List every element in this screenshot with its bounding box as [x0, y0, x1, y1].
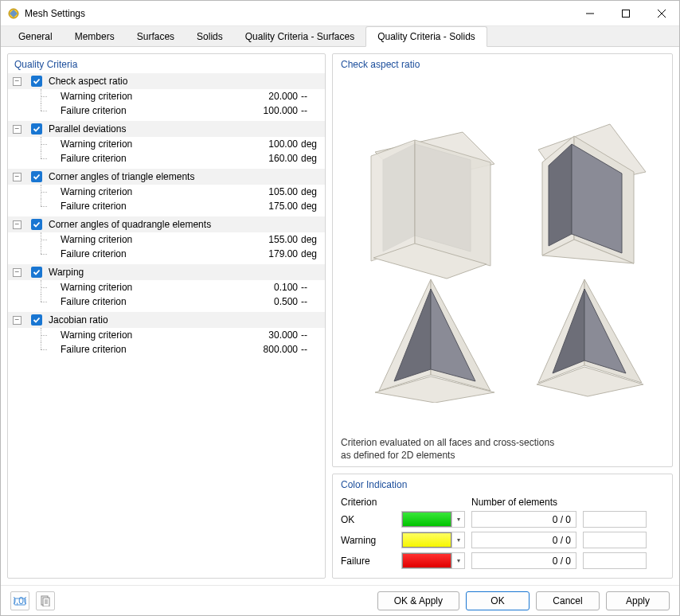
criterion-row-label: Warning criterion — [46, 138, 245, 150]
criterion-group-header[interactable]: − Corner angles of quadrangle elements — [8, 216, 325, 232]
criterion-group-header[interactable]: − Parallel deviations — [8, 121, 325, 137]
criterion-row-value[interactable]: 0.100 — [245, 282, 301, 293]
criterion-row[interactable]: Warning criterion 105.00 deg — [8, 185, 325, 199]
collapse-icon[interactable]: − — [13, 173, 21, 181]
criterion-row-unit: deg — [301, 234, 325, 245]
tab-quality-solids[interactable]: Quality Criteria - Solids — [365, 26, 487, 47]
criterion-row-label: Warning criterion — [46, 234, 245, 245]
maximize-button[interactable] — [608, 1, 643, 25]
quality-criteria-title: Quality Criteria — [8, 59, 325, 73]
criterion-row-value[interactable]: 100.00 — [245, 138, 301, 150]
criterion-row-unit: -- — [301, 329, 325, 341]
criterion-row-value[interactable]: 160.00 — [245, 153, 301, 164]
criterion-row[interactable]: Failure criterion 179.00 deg — [8, 247, 325, 261]
criterion-row[interactable]: Failure criterion 800.000 -- — [8, 342, 325, 357]
collapse-icon[interactable]: − — [13, 77, 21, 86]
criterion-group-header[interactable]: − Jacobian ratio — [8, 312, 325, 328]
ok-button[interactable]: OK — [466, 591, 530, 610]
criterion-row-value[interactable]: 155.00 — [245, 234, 301, 245]
criterion-row-label: Warning criterion — [46, 329, 245, 341]
criterion-group-header[interactable]: − Warping — [8, 264, 325, 280]
chevron-down-icon[interactable]: ▾ — [451, 512, 464, 527]
color-swatch-dropdown[interactable]: ▾ — [401, 511, 465, 528]
cancel-button[interactable]: Cancel — [536, 591, 600, 610]
criterion-row-label: Failure criterion — [46, 344, 245, 355]
color-row-label: Warning — [341, 535, 395, 546]
criterion-row[interactable]: Failure criterion 0.500 -- — [8, 294, 325, 309]
criterion-group-header[interactable]: − Check aspect ratio — [8, 73, 325, 89]
chevron-down-icon[interactable]: ▾ — [451, 532, 464, 548]
close-button[interactable] — [643, 1, 679, 25]
element-extra-field[interactable] — [583, 511, 647, 528]
criterion-row-value[interactable]: 105.00 — [245, 186, 301, 197]
tab-solids[interactable]: Solids — [186, 27, 234, 46]
criterion-row-unit: -- — [301, 91, 325, 102]
svg-marker-20 — [431, 289, 475, 381]
criterion-row-unit: deg — [301, 138, 325, 150]
criterion-preview-panel: Check aspect ratio — [332, 53, 673, 467]
element-extra-field[interactable] — [583, 532, 647, 548]
units-button[interactable]: 0,00 — [10, 591, 29, 610]
element-extra-field[interactable] — [583, 552, 647, 569]
criterion-row-value[interactable]: 175.00 — [245, 201, 301, 212]
collapse-icon[interactable]: − — [13, 316, 21, 325]
criterion-checkbox[interactable] — [31, 219, 42, 230]
criterion-row[interactable]: Failure criterion 175.00 deg — [8, 199, 325, 213]
color-swatch-dropdown[interactable]: ▾ — [401, 532, 465, 548]
criterion-row-label: Failure criterion — [46, 105, 245, 116]
criterion-group-label: Parallel deviations — [45, 123, 126, 135]
criterion-row-label: Failure criterion — [46, 201, 245, 212]
criterion-row-value[interactable]: 100.000 — [245, 105, 301, 116]
criterion-row-unit: deg — [301, 153, 325, 164]
criterion-row-value[interactable]: 800.000 — [245, 344, 301, 355]
criterion-row[interactable]: Warning criterion 0.100 -- — [8, 280, 325, 294]
window-title: Mesh Settings — [25, 8, 572, 19]
collapse-icon[interactable]: − — [13, 125, 21, 134]
tab-surfaces[interactable]: Surfaces — [126, 27, 186, 46]
preview-title: Check aspect ratio — [341, 59, 664, 73]
criterion-row[interactable]: Failure criterion 160.00 deg — [8, 151, 325, 166]
criterion-row[interactable]: Failure criterion 100.000 -- — [8, 103, 325, 118]
tab-general[interactable]: General — [7, 27, 64, 46]
criterion-row-label: Warning criterion — [46, 91, 245, 102]
ok-apply-button[interactable]: OK & Apply — [377, 591, 459, 610]
criterion-row-label: Failure criterion — [46, 248, 245, 259]
criterion-row[interactable]: Warning criterion 30.000 -- — [8, 328, 325, 342]
criterion-row-value[interactable]: 0.500 — [245, 296, 301, 307]
criterion-row-unit: -- — [301, 105, 325, 116]
chevron-down-icon[interactable]: ▾ — [451, 553, 464, 568]
criterion-row[interactable]: Warning criterion 155.00 deg — [8, 232, 325, 247]
minimize-button[interactable] — [572, 1, 608, 25]
criterion-checkbox[interactable] — [31, 123, 42, 135]
col-number-elements: Number of elements — [471, 497, 557, 508]
report-button[interactable] — [36, 591, 55, 610]
criterion-group-header[interactable]: − Corner angles of triangle elements — [8, 169, 325, 185]
criterion-row-unit: deg — [301, 186, 325, 197]
criterion-row-unit: -- — [301, 296, 325, 307]
tab-bar: General Members Surfaces Solids Quality … — [1, 26, 679, 47]
criterion-checkbox[interactable] — [31, 314, 42, 326]
criterion-row-value[interactable]: 20.000 — [245, 91, 301, 102]
criterion-group-label: Jacobian ratio — [45, 314, 108, 326]
collapse-icon[interactable]: − — [13, 268, 21, 277]
criterion-row-label: Failure criterion — [46, 153, 245, 164]
criterion-row-label: Failure criterion — [46, 296, 245, 307]
tab-members[interactable]: Members — [64, 27, 126, 46]
criterion-row[interactable]: Warning criterion 100.00 deg — [8, 137, 325, 151]
criterion-checkbox[interactable] — [31, 171, 42, 182]
criterion-illustration — [341, 73, 664, 430]
criterion-checkbox[interactable] — [31, 267, 42, 278]
criterion-row-value[interactable]: 179.00 — [245, 248, 301, 259]
criterion-checkbox[interactable] — [31, 76, 42, 87]
criterion-description: Criterion evaluated on all faces and cro… — [341, 436, 664, 462]
criterion-row[interactable]: Warning criterion 20.000 -- — [8, 89, 325, 103]
apply-button[interactable]: Apply — [606, 591, 670, 610]
criterion-row-label: Warning criterion — [46, 186, 245, 197]
tab-quality-surfaces[interactable]: Quality Criteria - Surfaces — [234, 27, 365, 46]
color-swatch-dropdown[interactable]: ▾ — [401, 552, 465, 569]
criterion-row-unit: deg — [301, 201, 325, 212]
collapse-icon[interactable]: − — [13, 220, 21, 229]
element-count: 0 / 0 — [471, 511, 576, 528]
svg-rect-2 — [622, 10, 629, 17]
criterion-row-value[interactable]: 30.000 — [245, 329, 301, 341]
